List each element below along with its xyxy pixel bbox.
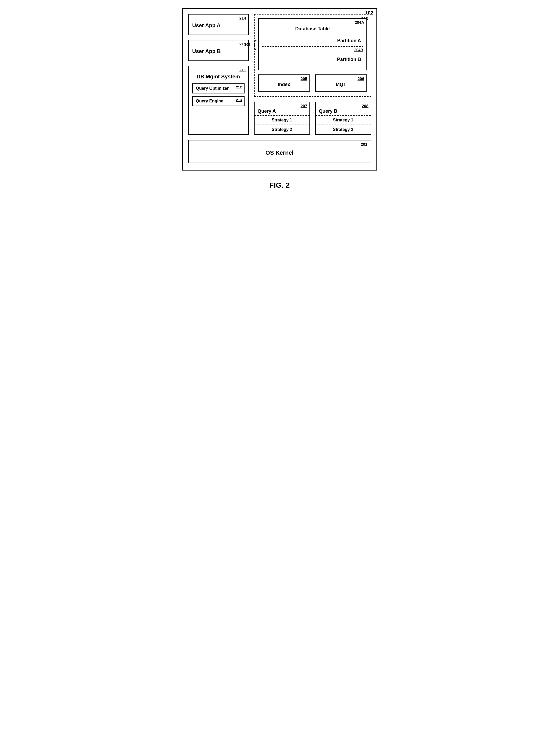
label-204b: 204B <box>262 47 363 52</box>
label-207: 207 <box>300 104 307 108</box>
label-213: 213 <box>236 98 242 102</box>
query-engine-title: Query Engine <box>196 99 241 104</box>
query-b-strategy2: Strategy 2 <box>316 125 371 134</box>
partition-a: Partition A <box>262 33 363 46</box>
index-box: 205 Index <box>258 74 310 92</box>
query-a-box: 207 Query A Strategy 1 Strategy 2 <box>254 102 310 135</box>
query-a-header: 207 Query A <box>254 102 309 115</box>
query-b-title: Query B <box>319 108 367 114</box>
mqt-title: MQT <box>319 82 363 87</box>
db-table-area: { 203 204A Database Table Partition A <box>258 18 367 70</box>
partition-b-title: Partition B <box>264 54 361 65</box>
label-212: 212 <box>236 85 242 89</box>
os-kernel-title: OS Kernel <box>192 149 367 156</box>
query-b-strategy1: Strategy 1 <box>316 115 371 125</box>
dashed-box-202: 202 { 203 204A Database Table Partit <box>254 14 371 97</box>
index-mqt-row: 205 Index 206 MQT <box>258 74 367 92</box>
label-204a: 204A <box>355 20 364 25</box>
left-column: 214 User App A 215 User App B 211 DB Mgm… <box>188 14 249 135</box>
label-206: 206 <box>357 76 364 81</box>
query-a-title: Query A <box>258 108 306 114</box>
index-title: Index <box>263 82 306 87</box>
query-a-strategy2: Strategy 2 <box>254 125 309 134</box>
label-211: 211 <box>239 68 246 72</box>
os-kernel-box: 201 OS Kernel <box>188 140 371 163</box>
user-app-a-title: User App A <box>192 22 245 28</box>
query-b-box: 208 Query B Strategy 1 Strategy 2 <box>315 102 371 135</box>
dbmgmt-box: 211 DB Mgmt System 212 Query Optimizer 2… <box>188 66 249 135</box>
label-205: 205 <box>300 76 307 81</box>
main-content: 214 User App A 215 User App B 211 DB Mgm… <box>188 14 371 135</box>
partition-a-title: Partition A <box>264 35 361 46</box>
outer-box-102: 102 214 User App A 215 User App B 211 DB… <box>182 8 377 171</box>
right-column: 202 { 203 204A Database Table Partit <box>254 14 371 135</box>
db-table-title: Database Table <box>262 26 363 32</box>
query-optimizer-title: Query Optimizer <box>196 86 241 91</box>
label-208: 208 <box>362 104 368 108</box>
query-a-strategy1: Strategy 1 <box>254 115 309 125</box>
query-ab-row: 207 Query A Strategy 1 Strategy 2 208 Qu… <box>254 102 371 135</box>
figure-caption: FIG. 2 <box>269 181 290 190</box>
user-app-b-box: 215 User App B <box>188 40 249 61</box>
brace-203: { <box>253 40 257 49</box>
label-201: 201 <box>361 142 367 147</box>
label-214: 214 <box>239 16 246 20</box>
query-optimizer-box: 212 Query Optimizer <box>192 83 245 93</box>
user-app-b-title: User App B <box>192 48 245 55</box>
db-table-inner: 204A Database Table Partition A 204B <box>258 18 367 70</box>
query-b-header: 208 Query B <box>316 102 371 115</box>
user-app-a-box: 214 User App A <box>188 14 249 35</box>
partition-b: Partition B <box>262 52 363 67</box>
label-203: 203 <box>245 42 250 46</box>
query-engine-box: 213 Query Engine <box>192 96 245 106</box>
dbmgmt-title: DB Mgmt System <box>192 74 245 80</box>
mqt-box: 206 MQT <box>315 74 367 92</box>
